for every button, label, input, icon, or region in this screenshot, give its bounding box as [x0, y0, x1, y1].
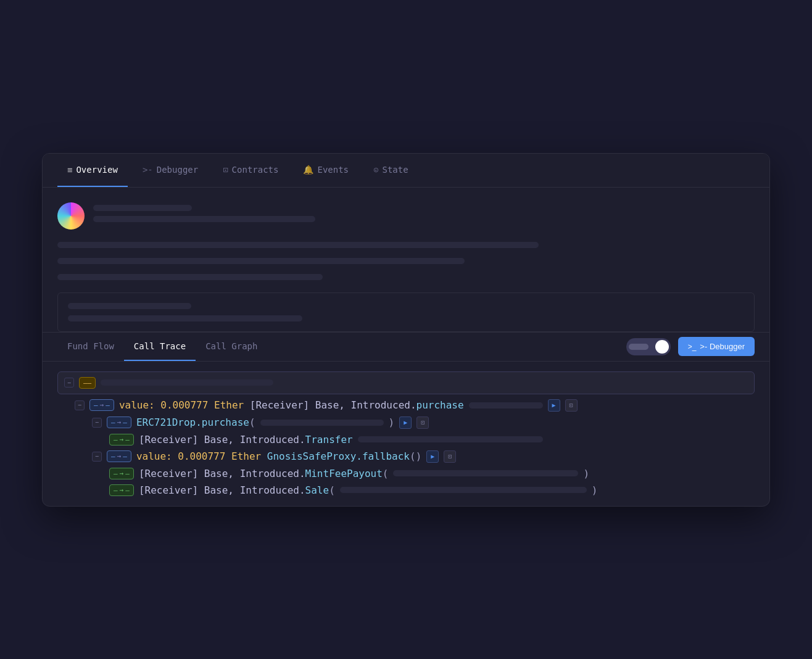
profile-addr-skeleton [93, 216, 315, 222]
row-3-skeleton [358, 436, 543, 442]
contracts-icon: ⊡ [223, 165, 228, 175]
play-btn-2[interactable]: ▶ [399, 417, 412, 429]
trace-row-5: — → — [Receiver] Base, Introduced.MintFe… [109, 468, 755, 479]
tab-events[interactable]: 🔔 Events [293, 154, 358, 187]
tab-bar: ≡ Overview >- Debugger ⊡ Contracts 🔔 Eve… [43, 154, 769, 188]
play-btn-1[interactable]: ▶ [548, 399, 560, 412]
collapse-btn-2[interactable]: − [92, 418, 102, 428]
tab-debugger[interactable]: >- Debugger [133, 154, 208, 187]
tab-overview-label: Overview [76, 165, 117, 175]
tab-state[interactable]: ⊙ State [363, 154, 418, 187]
row-5-text: [Receiver] Base, Introduced.MintFeePayou… [139, 468, 389, 479]
tab-state-label: State [382, 165, 408, 175]
avatar [57, 202, 85, 230]
tab-contracts[interactable]: ⊡ Contracts [213, 154, 288, 187]
trace-row-6: — → — [Receiver] Base, Introduced.Sale( … [109, 484, 755, 496]
main-container: ≡ Overview >- Debugger ⊡ Contracts 🔔 Eve… [42, 153, 770, 507]
row-1-text: value: 0.000777 Ether [Receiver] Base, I… [119, 399, 464, 411]
row-6-skeleton [340, 487, 587, 493]
badge-0: —— [79, 377, 96, 389]
sub-tab-fund-flow[interactable]: Fund Flow [57, 333, 124, 361]
collapse-btn-1[interactable]: − [75, 400, 85, 410]
info-btn-1[interactable]: ⊡ [565, 399, 578, 412]
row-3-text: [Receiver] Base, Introduced.Transfer [139, 434, 353, 446]
badge-6: — → — [109, 484, 134, 496]
badge-5: — → — [109, 468, 134, 479]
sub-tab-bar: Fund Flow Call Trace Call Graph >_ >- De… [43, 332, 769, 362]
collapse-btn-4[interactable]: − [92, 452, 102, 462]
sub-tab-call-graph[interactable]: Call Graph [196, 333, 267, 361]
profile-info [93, 202, 755, 222]
tab-overview[interactable]: ≡ Overview [57, 154, 128, 187]
state-icon: ⊙ [373, 165, 378, 175]
overview-icon: ≡ [67, 165, 72, 175]
row-1-skeleton [469, 402, 543, 408]
trace-row-1: − — → — value: 0.000777 Ether [Receiver]… [75, 399, 755, 412]
toggle-group [626, 338, 671, 355]
sub-tab-call-trace[interactable]: Call Trace [124, 333, 196, 361]
row-0-skeleton [101, 379, 273, 386]
info-rows [57, 242, 755, 280]
row-4-text: value: 0.000777 Ether GnosisSafeProxy.fa… [136, 450, 421, 462]
debugger-icon: >- [143, 165, 153, 175]
badge-1: — → — [89, 399, 114, 411]
debugger-btn-icon: >_ [688, 342, 697, 351]
tab-events-label: Events [317, 165, 349, 175]
bottom-section: Fund Flow Call Trace Call Graph >_ >- De… [43, 332, 769, 506]
row-2-text: ERC721Drop.purchase( [136, 417, 255, 428]
overview-content [43, 188, 769, 332]
tab-contracts-label: Contracts [232, 165, 279, 175]
collapse-btn-0[interactable]: − [64, 378, 74, 388]
row-6-text: [Receiver] Base, Introduced.Sale( [139, 484, 335, 496]
info-btn-4[interactable]: ⊡ [444, 450, 456, 463]
trace-row-2: − — → — ERC721Drop.purchase( ) ▶ ⊡ [92, 417, 755, 429]
toggle-label-skeleton [629, 344, 648, 350]
info-btn-2[interactable]: ⊡ [416, 417, 429, 429]
notes-line-2 [68, 315, 302, 321]
info-row-3 [57, 274, 323, 280]
row-5-skeleton [393, 470, 578, 476]
trace-row-4: − — → — value: 0.000777 Ether GnosisSafe… [92, 450, 755, 463]
profile-row [57, 202, 755, 230]
badge-3: — → — [109, 434, 134, 446]
badge-2: — → — [107, 417, 131, 428]
trace-row-3: — → — [Receiver] Base, Introduced.Transf… [109, 434, 755, 446]
notes-box [57, 292, 755, 332]
trace-row-0: − —— [57, 371, 755, 394]
info-row-1 [57, 242, 539, 248]
badge-4: — → — [107, 450, 131, 462]
toggle-switch[interactable] [626, 338, 671, 355]
info-row-2 [57, 258, 465, 264]
call-trace-content: − —— − — → — value: 0.000777 Ether [Rece… [43, 362, 769, 506]
debugger-button[interactable]: >_ >- Debugger [678, 337, 755, 356]
tab-debugger-label: Debugger [157, 165, 198, 175]
row-2-skeleton [260, 420, 384, 426]
toggle-knob [655, 340, 669, 354]
play-btn-4[interactable]: ▶ [426, 450, 439, 463]
notes-line-1 [68, 303, 191, 309]
events-icon: 🔔 [303, 165, 313, 175]
profile-name-skeleton [93, 205, 192, 211]
